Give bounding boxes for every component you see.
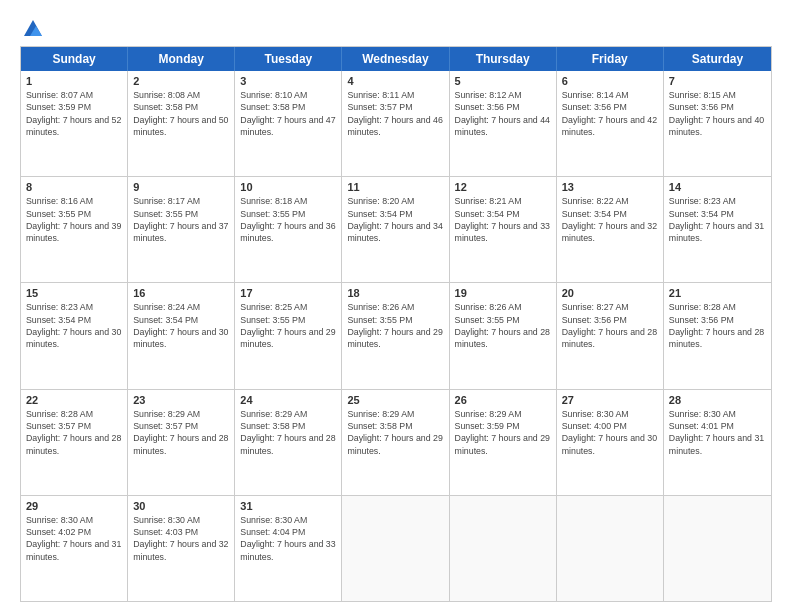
logo	[20, 18, 44, 36]
calendar-row-1: 1 Sunrise: 8:07 AMSunset: 3:59 PMDayligh…	[21, 71, 771, 176]
calendar-cell: 8 Sunrise: 8:16 AMSunset: 3:55 PMDayligh…	[21, 177, 128, 282]
calendar-cell: 7 Sunrise: 8:15 AMSunset: 3:56 PMDayligh…	[664, 71, 771, 176]
day-detail: Sunrise: 8:21 AMSunset: 3:54 PMDaylight:…	[455, 195, 551, 244]
calendar-cell: 17 Sunrise: 8:25 AMSunset: 3:55 PMDaylig…	[235, 283, 342, 388]
day-number: 13	[562, 181, 658, 193]
day-detail: Sunrise: 8:22 AMSunset: 3:54 PMDaylight:…	[562, 195, 658, 244]
header-tuesday: Tuesday	[235, 47, 342, 71]
day-number: 31	[240, 500, 336, 512]
header-sunday: Sunday	[21, 47, 128, 71]
calendar-body: 1 Sunrise: 8:07 AMSunset: 3:59 PMDayligh…	[21, 71, 771, 601]
calendar-cell: 23 Sunrise: 8:29 AMSunset: 3:57 PMDaylig…	[128, 390, 235, 495]
day-detail: Sunrise: 8:16 AMSunset: 3:55 PMDaylight:…	[26, 195, 122, 244]
day-number: 16	[133, 287, 229, 299]
calendar-cell: 20 Sunrise: 8:27 AMSunset: 3:56 PMDaylig…	[557, 283, 664, 388]
calendar-cell: 30 Sunrise: 8:30 AMSunset: 4:03 PMDaylig…	[128, 496, 235, 601]
day-number: 20	[562, 287, 658, 299]
day-number: 21	[669, 287, 766, 299]
day-detail: Sunrise: 8:26 AMSunset: 3:55 PMDaylight:…	[455, 301, 551, 350]
day-number: 15	[26, 287, 122, 299]
calendar-cell: 2 Sunrise: 8:08 AMSunset: 3:58 PMDayligh…	[128, 71, 235, 176]
day-detail: Sunrise: 8:25 AMSunset: 3:55 PMDaylight:…	[240, 301, 336, 350]
calendar-cell: 12 Sunrise: 8:21 AMSunset: 3:54 PMDaylig…	[450, 177, 557, 282]
calendar-row-3: 15 Sunrise: 8:23 AMSunset: 3:54 PMDaylig…	[21, 282, 771, 388]
header-wednesday: Wednesday	[342, 47, 449, 71]
calendar-cell: 24 Sunrise: 8:29 AMSunset: 3:58 PMDaylig…	[235, 390, 342, 495]
calendar-cell: 14 Sunrise: 8:23 AMSunset: 3:54 PMDaylig…	[664, 177, 771, 282]
day-detail: Sunrise: 8:30 AMSunset: 4:02 PMDaylight:…	[26, 514, 122, 563]
day-detail: Sunrise: 8:17 AMSunset: 3:55 PMDaylight:…	[133, 195, 229, 244]
day-number: 5	[455, 75, 551, 87]
calendar: Sunday Monday Tuesday Wednesday Thursday…	[20, 46, 772, 602]
calendar-cell: 28 Sunrise: 8:30 AMSunset: 4:01 PMDaylig…	[664, 390, 771, 495]
calendar-cell: 29 Sunrise: 8:30 AMSunset: 4:02 PMDaylig…	[21, 496, 128, 601]
day-number: 11	[347, 181, 443, 193]
day-detail: Sunrise: 8:24 AMSunset: 3:54 PMDaylight:…	[133, 301, 229, 350]
day-detail: Sunrise: 8:28 AMSunset: 3:56 PMDaylight:…	[669, 301, 766, 350]
day-number: 6	[562, 75, 658, 87]
day-number: 26	[455, 394, 551, 406]
day-detail: Sunrise: 8:30 AMSunset: 4:03 PMDaylight:…	[133, 514, 229, 563]
day-number: 4	[347, 75, 443, 87]
day-number: 24	[240, 394, 336, 406]
day-number: 19	[455, 287, 551, 299]
day-detail: Sunrise: 8:11 AMSunset: 3:57 PMDaylight:…	[347, 89, 443, 138]
calendar-cell: 10 Sunrise: 8:18 AMSunset: 3:55 PMDaylig…	[235, 177, 342, 282]
day-number: 8	[26, 181, 122, 193]
day-number: 18	[347, 287, 443, 299]
logo-icon	[22, 18, 44, 40]
day-detail: Sunrise: 8:15 AMSunset: 3:56 PMDaylight:…	[669, 89, 766, 138]
header-friday: Friday	[557, 47, 664, 71]
calendar-cell	[557, 496, 664, 601]
day-detail: Sunrise: 8:30 AMSunset: 4:04 PMDaylight:…	[240, 514, 336, 563]
day-number: 10	[240, 181, 336, 193]
day-number: 1	[26, 75, 122, 87]
calendar-cell: 1 Sunrise: 8:07 AMSunset: 3:59 PMDayligh…	[21, 71, 128, 176]
calendar-row-2: 8 Sunrise: 8:16 AMSunset: 3:55 PMDayligh…	[21, 176, 771, 282]
calendar-cell: 18 Sunrise: 8:26 AMSunset: 3:55 PMDaylig…	[342, 283, 449, 388]
day-number: 30	[133, 500, 229, 512]
calendar-cell: 21 Sunrise: 8:28 AMSunset: 3:56 PMDaylig…	[664, 283, 771, 388]
day-number: 2	[133, 75, 229, 87]
day-detail: Sunrise: 8:23 AMSunset: 3:54 PMDaylight:…	[26, 301, 122, 350]
day-detail: Sunrise: 8:14 AMSunset: 3:56 PMDaylight:…	[562, 89, 658, 138]
day-detail: Sunrise: 8:07 AMSunset: 3:59 PMDaylight:…	[26, 89, 122, 138]
day-number: 17	[240, 287, 336, 299]
calendar-header: Sunday Monday Tuesday Wednesday Thursday…	[21, 47, 771, 71]
calendar-cell: 4 Sunrise: 8:11 AMSunset: 3:57 PMDayligh…	[342, 71, 449, 176]
day-number: 7	[669, 75, 766, 87]
header-monday: Monday	[128, 47, 235, 71]
header	[20, 18, 772, 36]
day-detail: Sunrise: 8:29 AMSunset: 3:57 PMDaylight:…	[133, 408, 229, 457]
day-number: 3	[240, 75, 336, 87]
calendar-cell: 19 Sunrise: 8:26 AMSunset: 3:55 PMDaylig…	[450, 283, 557, 388]
day-number: 14	[669, 181, 766, 193]
day-detail: Sunrise: 8:28 AMSunset: 3:57 PMDaylight:…	[26, 408, 122, 457]
calendar-cell: 31 Sunrise: 8:30 AMSunset: 4:04 PMDaylig…	[235, 496, 342, 601]
day-number: 27	[562, 394, 658, 406]
day-detail: Sunrise: 8:20 AMSunset: 3:54 PMDaylight:…	[347, 195, 443, 244]
calendar-cell	[450, 496, 557, 601]
calendar-cell: 11 Sunrise: 8:20 AMSunset: 3:54 PMDaylig…	[342, 177, 449, 282]
calendar-cell: 13 Sunrise: 8:22 AMSunset: 3:54 PMDaylig…	[557, 177, 664, 282]
day-detail: Sunrise: 8:23 AMSunset: 3:54 PMDaylight:…	[669, 195, 766, 244]
header-saturday: Saturday	[664, 47, 771, 71]
day-detail: Sunrise: 8:08 AMSunset: 3:58 PMDaylight:…	[133, 89, 229, 138]
day-detail: Sunrise: 8:18 AMSunset: 3:55 PMDaylight:…	[240, 195, 336, 244]
day-number: 28	[669, 394, 766, 406]
calendar-cell: 25 Sunrise: 8:29 AMSunset: 3:58 PMDaylig…	[342, 390, 449, 495]
calendar-cell: 26 Sunrise: 8:29 AMSunset: 3:59 PMDaylig…	[450, 390, 557, 495]
calendar-cell: 15 Sunrise: 8:23 AMSunset: 3:54 PMDaylig…	[21, 283, 128, 388]
day-number: 12	[455, 181, 551, 193]
header-thursday: Thursday	[450, 47, 557, 71]
day-detail: Sunrise: 8:29 AMSunset: 3:58 PMDaylight:…	[240, 408, 336, 457]
calendar-cell: 9 Sunrise: 8:17 AMSunset: 3:55 PMDayligh…	[128, 177, 235, 282]
day-number: 25	[347, 394, 443, 406]
calendar-cell: 22 Sunrise: 8:28 AMSunset: 3:57 PMDaylig…	[21, 390, 128, 495]
calendar-row-5: 29 Sunrise: 8:30 AMSunset: 4:02 PMDaylig…	[21, 495, 771, 601]
day-detail: Sunrise: 8:12 AMSunset: 3:56 PMDaylight:…	[455, 89, 551, 138]
day-number: 22	[26, 394, 122, 406]
calendar-cell: 27 Sunrise: 8:30 AMSunset: 4:00 PMDaylig…	[557, 390, 664, 495]
day-number: 29	[26, 500, 122, 512]
calendar-row-4: 22 Sunrise: 8:28 AMSunset: 3:57 PMDaylig…	[21, 389, 771, 495]
